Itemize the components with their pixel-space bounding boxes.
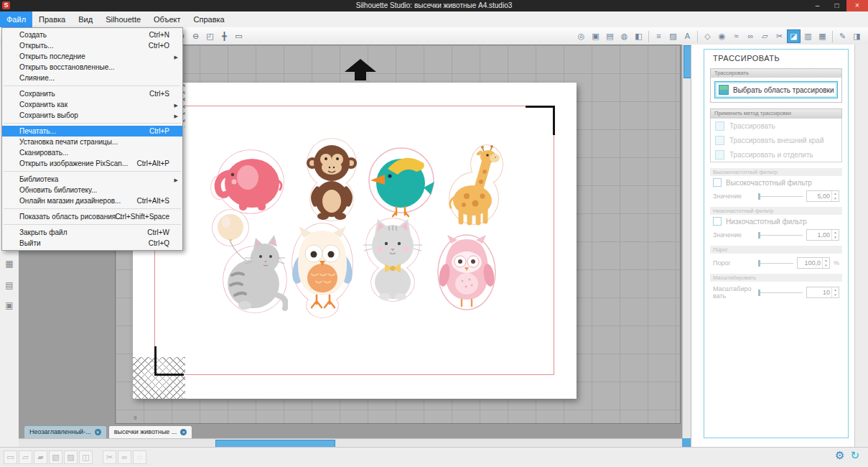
zoom-selection-icon[interactable]: ◰ — [203, 29, 217, 43]
select-trace-area-button[interactable]: Выбрать область трассировки — [714, 81, 838, 98]
align-icon[interactable]: ▥ — [801, 29, 815, 43]
shadow-icon[interactable]: ▨ — [64, 450, 78, 464]
menu-separator-3[interactable] — [4, 171, 181, 172]
menu-help[interactable]: Справка — [187, 11, 231, 27]
shear-icon[interactable]: ▰ — [34, 450, 47, 464]
menu-item-open-recent[interactable]: Открыть последние ▶ — [2, 51, 182, 62]
trace-method-standard[interactable]: Трассировать — [711, 119, 841, 133]
cut-border-icon[interactable]: ▤ — [603, 29, 617, 43]
tab-close-icon[interactable]: × — [95, 429, 101, 435]
menu-item-library[interactable]: Библиотека ▶ — [2, 174, 182, 185]
sticker-pink-owl[interactable] — [435, 232, 498, 313]
sketch-icon[interactable]: ≈ — [729, 29, 743, 43]
menu-item-exit[interactable]: Выйти Ctrl+Q — [2, 238, 182, 249]
menu-separator-5[interactable] — [4, 224, 181, 225]
outline-icon[interactable]: ◌ — [133, 450, 146, 464]
spinner-up-icon[interactable]: ▲ — [832, 287, 839, 292]
menu-item-save[interactable]: Сохранить Ctrl+S — [2, 88, 182, 99]
lf-value-input[interactable]: 1,00 ▲▼ — [806, 229, 839, 241]
image-panel-icon[interactable]: ▦ — [3, 257, 16, 270]
trace-method-and-detach[interactable]: Трассировать и отделить — [711, 147, 841, 162]
hf-filter-checkbox-row[interactable]: Высокочастотный фильтр — [713, 178, 839, 187]
grid-icon[interactable]: ▦ — [816, 29, 829, 43]
threshold-input[interactable]: 100,0 ▲▼ — [797, 257, 830, 269]
preferences-gear-icon[interactable]: ⚙ — [835, 449, 844, 462]
menu-separator-4[interactable] — [4, 208, 181, 209]
menu-item-open[interactable]: Открыть... Ctrl+O — [2, 40, 182, 51]
menu-item-close-file[interactable]: Закрыть файл Ctrl+W — [2, 227, 182, 238]
menu-item-new[interactable]: Создать Ctrl+N — [2, 29, 182, 40]
rhinestone-icon[interactable]: ◉ — [715, 29, 729, 43]
menu-item-online-store[interactable]: Онлайн магазин дизайнеров... Ctrl+Alt+S — [2, 195, 182, 206]
toolbar-divider-3[interactable] — [832, 31, 833, 42]
spinner-down-icon[interactable]: ▼ — [832, 235, 839, 240]
weld-bottom-icon[interactable]: ∞ — [118, 450, 131, 464]
threshold-spinner[interactable]: ▲▼ — [822, 258, 829, 268]
trace-method-outer-edge[interactable]: Трассировать внешний край — [711, 133, 841, 147]
registration-marks-icon[interactable]: ◎ — [574, 29, 588, 43]
menu-item-merge[interactable]: Слияние... — [2, 73, 182, 83]
slider-handle[interactable] — [758, 193, 760, 200]
layers-panel-icon[interactable]: ▤ — [3, 279, 16, 292]
duplicate-icon[interactable]: ◫ — [79, 450, 93, 464]
sticker-giraffe[interactable] — [445, 144, 506, 227]
sync-icon[interactable]: ↻ — [850, 449, 859, 462]
hf-value-slider[interactable] — [758, 196, 803, 197]
sticker-monkey[interactable] — [299, 137, 365, 222]
scale-spinner[interactable]: ▲▼ — [831, 287, 839, 297]
menu-file[interactable]: Файл — [0, 11, 32, 27]
menu-silhouette[interactable]: Silhouette — [99, 11, 147, 27]
pen-tool-icon[interactable]: ✎ — [836, 29, 849, 43]
hf-value-input[interactable]: 5,00 ▲▼ — [806, 190, 839, 202]
spinner-down-icon[interactable]: ▼ — [823, 263, 829, 268]
menu-item-update-library[interactable]: Обновить библиотеку... — [2, 185, 182, 195]
tools-icon[interactable]: ◨ — [850, 29, 864, 43]
slider-handle[interactable] — [758, 290, 760, 296]
pan-icon[interactable]: ╋ — [218, 29, 231, 43]
sticker-owl[interactable] — [289, 221, 355, 320]
spinner-down-icon[interactable]: ▼ — [832, 196, 839, 201]
store-icon[interactable]: ◍ — [617, 29, 631, 43]
knife-icon[interactable]: ✂ — [773, 29, 786, 43]
fill-style-icon[interactable]: ▨ — [666, 29, 680, 43]
menu-item-save-as[interactable]: Сохранить как ▶ — [2, 99, 182, 110]
swatches-panel-icon[interactable]: ▣ — [3, 299, 16, 312]
menu-item-open-recovered[interactable]: Открыть восстановленные... — [2, 62, 182, 73]
sticker-cat-with-balloon[interactable] — [210, 206, 288, 315]
menu-item-print[interactable]: Печатать... Ctrl+P — [2, 126, 182, 137]
close-button[interactable]: × — [846, 0, 868, 11]
slider-handle[interactable] — [758, 260, 760, 267]
menu-item-open-pixscan[interactable]: Открыть изображение PixScan... Ctrl+Alt+… — [2, 158, 182, 169]
arrow-object[interactable] — [343, 59, 378, 82]
scale-slider[interactable] — [758, 292, 803, 293]
sticker-bird[interactable] — [366, 144, 434, 219]
pixscan-icon[interactable]: ▣ — [589, 29, 602, 43]
eraser-icon[interactable]: ▱ — [758, 29, 772, 43]
text-style-icon[interactable]: A — [681, 29, 694, 43]
scale-input[interactable]: 10 ▲▼ — [806, 287, 839, 298]
spinner-up-icon[interactable]: ▲ — [832, 230, 839, 235]
library-icon[interactable]: ◧ — [632, 29, 645, 43]
tab-close-icon[interactable]: × — [180, 429, 187, 435]
toolbar-divider-2[interactable] — [697, 31, 698, 42]
threshold-slider[interactable] — [758, 263, 793, 264]
menu-edit[interactable]: Правка — [32, 11, 72, 27]
menu-separator-1[interactable] — [4, 85, 181, 86]
line-style-icon[interactable]: ≡ — [652, 29, 666, 43]
lf-value-slider[interactable] — [758, 235, 803, 236]
slider-handle[interactable] — [758, 232, 760, 239]
spinner-down-icon[interactable]: ▼ — [832, 292, 839, 297]
menu-separator-2[interactable] — [4, 123, 181, 124]
cut-icon[interactable]: ✂ — [103, 450, 116, 464]
spinner-up-icon[interactable]: ▲ — [823, 258, 829, 263]
sticker-kitten[interactable] — [358, 213, 428, 302]
lf-checkbox[interactable] — [713, 217, 722, 226]
weld-icon[interactable]: ∞ — [744, 29, 757, 43]
menu-item-save-selection[interactable]: Сохранить выбор ▶ — [2, 110, 182, 121]
tab-animals-file[interactable]: высечки животные ... × — [108, 425, 193, 438]
zoom-out-icon[interactable]: ⊖ — [189, 29, 202, 43]
lf-filter-checkbox-row[interactable]: Низкочастотный фильтр — [713, 217, 839, 226]
sticker-elephant[interactable] — [210, 146, 285, 215]
pattern-icon[interactable]: ▧ — [49, 450, 62, 464]
toolbar-divider-1[interactable] — [648, 31, 649, 42]
